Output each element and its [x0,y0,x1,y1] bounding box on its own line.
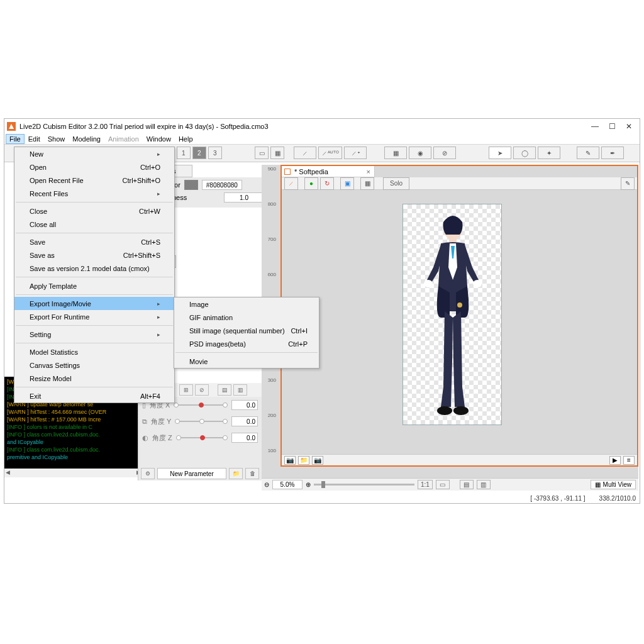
menu-close[interactable]: CloseCtrl+W [14,204,174,218]
param-x-slider[interactable] [174,401,228,409]
tab-close-icon[interactable]: × [367,168,370,175]
app-icon [7,122,16,131]
param-x-value[interactable]: 0.0 [231,400,258,410]
window-controls: — ☐ ✕ [591,122,637,131]
play-icon[interactable]: ▶ [609,456,621,465]
zoom-out-icon[interactable]: ⊖ [264,481,269,488]
camera-icon[interactable]: 📷 [284,456,296,465]
multi-view-button[interactable]: ▦Multi View [591,480,636,489]
level-3-button[interactable]: 3 [208,147,222,159]
log-line: [WARN ] hitTest : 454.669 msec (OVER [7,408,147,416]
menu-modeling[interactable]: Modeling [69,134,104,144]
tool-glue-icon[interactable]: ✎ [577,147,599,159]
svg-point-5 [453,406,469,415]
log-hscroll[interactable]: ◀▶ [4,469,142,477]
solo-button[interactable]: Solo [383,177,409,190]
inspector-panel: ails color #80808080 ckness 1.0 [161,165,268,208]
menu-export-runtime[interactable]: Export For Runtime [14,310,174,323]
submenu-gif[interactable]: GIF animation [174,311,319,324]
level-1-button[interactable]: 1 [177,147,191,159]
doc-tool-icon[interactable]: ● [304,177,318,190]
document-tab[interactable]: * Softpedia × [282,166,375,177]
close-button[interactable]: ✕ [626,122,632,131]
doc-tool-icon[interactable]: ▣ [340,177,354,190]
canvas[interactable] [282,191,637,454]
window-title: Live2D Cubism Editor 3.2.00 Trial period… [19,123,269,130]
menu-exit[interactable]: ExitAlt+F4 [14,389,174,402]
submenu-psd[interactable]: PSD images(beta)Ctrl+P [174,337,319,350]
menu-animation[interactable]: Animation [104,134,143,144]
tool-pen-icon[interactable]: ✒ [601,147,624,159]
menu-canvas-settings[interactable]: Canvas Settings [14,358,174,372]
view-icon[interactable]: ▥ [477,480,491,489]
menu-open[interactable]: OpenCtrl+O [14,160,174,174]
param-folder-icon[interactable]: 📁 [229,468,243,479]
tool-brush-icon[interactable]: ✦ [538,147,560,159]
zoom-value[interactable]: 5.0% [272,480,303,489]
submenu-movie[interactable]: Movie [174,355,319,368]
param-settings-icon[interactable]: ⚙ [141,468,155,479]
menu-resize-model[interactable]: Resize Model [14,372,174,385]
param-y-slider[interactable] [175,418,228,425]
maximize-button[interactable]: ☐ [609,122,616,131]
menu-help[interactable]: Help [175,134,197,144]
color-value[interactable]: #80808080 [202,180,242,190]
menu-recent-files[interactable]: Recent Files [14,187,174,200]
menu-window[interactable]: Window [143,134,175,144]
view-icon[interactable]: ▤ [460,480,474,489]
list-icon[interactable]: ≡ [623,456,635,465]
ratio-button[interactable]: 1:1 [418,480,433,489]
param-tool-icon[interactable]: ▥ [233,384,247,396]
submenu-image[interactable]: Image [174,297,319,311]
menu-save[interactable]: SaveCtrl+S [14,235,174,248]
menu-model-stats[interactable]: Model Statistics [14,345,174,358]
param-tool-icon[interactable]: ▤ [218,384,231,396]
menu-close-all[interactable]: Close all [14,218,174,231]
zoom-in-icon[interactable]: ⊕ [306,481,311,488]
param-trash-icon[interactable]: 🗑 [245,468,259,479]
menu-apply-template[interactable]: Apply Template [14,279,174,292]
doc-tool-icon[interactable]: ▦ [360,177,374,190]
menu-file[interactable]: File [6,134,25,144]
zoom-slider[interactable] [314,484,414,486]
tool-rect-icon[interactable]: ▭ [255,147,269,159]
minimize-button[interactable]: — [591,122,599,131]
doc-pin-icon[interactable]: ✎ [621,177,635,190]
log-line: and ICopyable [7,438,147,446]
tool-rotate-icon[interactable]: ◉ [409,147,431,159]
menu-show[interactable]: Show [44,134,69,144]
menu-export-image-movie[interactable]: Export Image/Movie [14,297,174,310]
doc-tool-icon[interactable]: ↻ [320,177,334,190]
menu-save-v21[interactable]: Save as version 2.1 model data (cmox) [14,262,174,275]
doc-tool-icon[interactable]: ⟋ [284,177,298,190]
submenu-still[interactable]: Still image (sequential number)Ctrl+I [174,324,319,337]
color-swatch[interactable] [184,180,198,190]
menu-save-as[interactable]: Save asCtrl+Shift+S [14,248,174,262]
param-tool-icon[interactable]: ⊘ [195,384,209,396]
param-z-value[interactable]: 0.0 [231,433,258,443]
level-2-button[interactable]: 2 [192,147,206,159]
param-z-slider[interactable] [176,434,228,441]
tool-bone-icon[interactable]: ⊘ [433,147,456,159]
tool-arrow-icon[interactable]: ➤ [489,147,511,159]
character-model [422,211,484,419]
tool-lasso-icon[interactable]: ◯ [513,147,536,159]
fit-icon[interactable]: ▭ [436,480,450,489]
param-tool-icon[interactable]: ⊞ [179,384,193,396]
param-z-label: 角度 Z [152,433,172,443]
menu-setting[interactable]: Setting [14,328,174,341]
param-y-value[interactable]: 0.0 [231,416,258,426]
tool-path-icon[interactable]: ⟋ [294,147,316,159]
new-parameter-button[interactable]: New Parameter [157,468,226,479]
folder-icon[interactable]: 📁 [298,456,309,465]
tool-mesh2-icon[interactable]: ▦ [384,147,407,159]
svg-point-3 [473,280,482,287]
menu-open-recent-file[interactable]: Open Recent FileCtrl+Shift+O [14,174,174,187]
tool-auto-icon[interactable]: ⟋ᴬᵁᵀᴼ [318,147,342,159]
thickness-value[interactable]: 1.0 [224,192,264,203]
menu-edit[interactable]: Edit [25,134,44,144]
camera-refresh-icon[interactable]: 📷 [312,456,323,465]
menu-new[interactable]: New [14,147,174,160]
tool-mesh-icon[interactable]: ⟋⁺ [344,147,367,159]
tool-grid-icon[interactable]: ▦ [270,147,284,159]
